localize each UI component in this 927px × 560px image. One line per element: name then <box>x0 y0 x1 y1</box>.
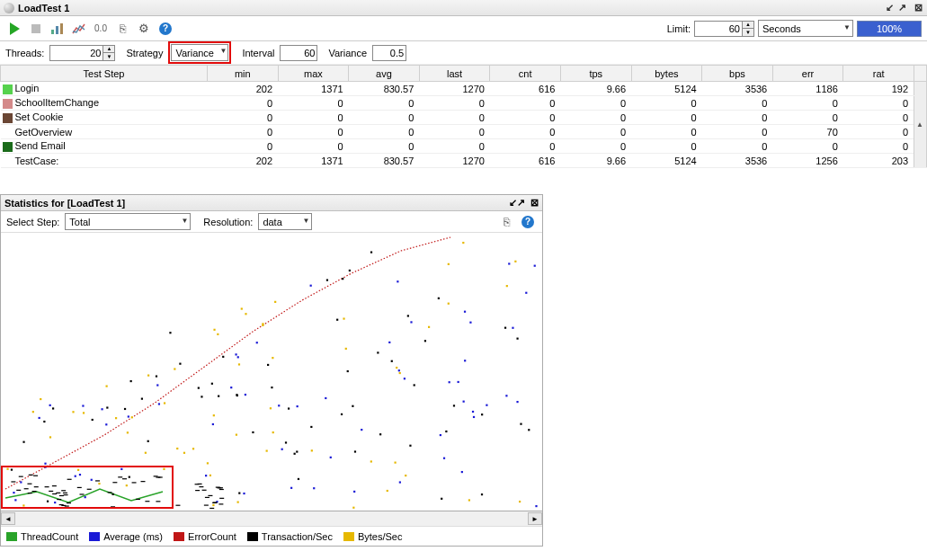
play-button[interactable] <box>5 20 23 38</box>
col-avg[interactable]: avg <box>349 66 420 82</box>
cell-last: 0 <box>419 139 490 154</box>
chart-panel: Statistics for [LoadTest 1] ↙ ↗ ⊠ Select… <box>0 194 543 547</box>
cell-tps: 0 <box>560 96 631 111</box>
limit-spinner-down[interactable]: ▼ <box>743 29 753 36</box>
close-icon[interactable]: ⊠ <box>913 3 923 13</box>
chart-hscroll[interactable]: ◄ ► <box>1 511 542 526</box>
cell-bps: 0 <box>702 139 773 154</box>
threads-spinner-up[interactable]: ▲ <box>103 46 114 53</box>
cell-avg: 830.57 <box>349 82 420 96</box>
table-row[interactable]: SchoolItemChange0000000000 <box>1 96 927 111</box>
svg-rect-121 <box>230 387 232 388</box>
cell-last: 1270 <box>419 154 490 168</box>
table-row[interactable]: Send Email0000000000 <box>1 139 927 154</box>
stop-button[interactable] <box>27 20 45 38</box>
cell-tps: 9.66 <box>560 82 631 96</box>
cell-tps: 0 <box>560 139 631 154</box>
cell-bps: 3536 <box>702 154 773 168</box>
svg-rect-164 <box>399 481 401 483</box>
table-row[interactable]: Set Cookie0000000000 <box>1 111 927 125</box>
cell-err: 1256 <box>772 154 843 168</box>
svg-rect-24 <box>267 364 269 366</box>
svg-rect-185 <box>52 485 57 486</box>
interval-input[interactable] <box>280 45 317 61</box>
svg-rect-126 <box>217 333 218 335</box>
col-min[interactable]: min <box>208 66 279 82</box>
table-row[interactable]: Login2021371830.5712706169.6651243536118… <box>1 82 927 96</box>
col-rat[interactable]: rat <box>843 66 914 82</box>
limit-spinner-up[interactable]: ▲ <box>743 22 753 29</box>
svg-rect-86 <box>379 433 381 435</box>
svg-rect-207 <box>205 497 209 498</box>
svg-rect-95 <box>462 242 464 244</box>
svg-rect-28 <box>124 408 126 410</box>
variance-label: Variance <box>328 48 367 58</box>
svg-rect-59 <box>428 326 430 328</box>
svg-rect-229 <box>24 488 29 489</box>
cell-last: 0 <box>419 111 490 125</box>
minimize-icon[interactable]: ↙ <box>884 3 895 13</box>
col-bytes[interactable]: bytes <box>631 66 702 82</box>
table-vscroll[interactable]: ▲ <box>914 82 927 168</box>
svg-rect-130 <box>92 419 94 421</box>
cell-min: 0 <box>208 111 279 125</box>
threads-spinner-down[interactable]: ▼ <box>103 53 114 60</box>
chart-export-icon[interactable]: ⎘ <box>497 213 515 231</box>
svg-rect-44 <box>343 317 344 319</box>
zero-zero-button[interactable]: 0.0 <box>92 20 110 38</box>
scroll-right-icon[interactable]: ► <box>528 512 542 525</box>
col-max[interactable]: max <box>278 66 349 82</box>
export-icon[interactable]: ⎘ <box>113 20 131 38</box>
col-bps[interactable]: bps <box>702 66 773 82</box>
svg-rect-133 <box>270 407 272 409</box>
row-color-icon <box>3 113 13 123</box>
limit-unit-select[interactable]: Seconds <box>758 20 853 37</box>
maximize-icon[interactable]: ↗ <box>896 3 907 13</box>
cell-bytes: 5124 <box>631 82 702 96</box>
svg-rect-129 <box>525 292 527 294</box>
help-icon[interactable]: ? <box>156 20 174 38</box>
chart1-icon[interactable] <box>49 20 67 38</box>
strategy-select[interactable]: Variance <box>171 44 228 61</box>
svg-rect-117 <box>397 280 398 282</box>
chart-min-icon[interactable]: ↙ <box>509 197 517 209</box>
svg-rect-213 <box>19 476 23 477</box>
chart-max-icon[interactable]: ↗ <box>517 197 525 209</box>
svg-rect-221 <box>158 476 163 477</box>
svg-rect-208 <box>204 504 209 505</box>
table-row[interactable]: GetOverview00000000700 <box>1 125 927 139</box>
chart-close-icon[interactable]: ⊠ <box>530 197 539 209</box>
svg-rect-89 <box>222 356 224 358</box>
limit-input[interactable] <box>694 21 743 37</box>
variance-input[interactable] <box>372 45 406 61</box>
select-step-dropdown[interactable]: Total <box>65 213 191 230</box>
chart2-icon[interactable] <box>70 20 88 38</box>
svg-rect-148 <box>345 348 347 350</box>
svg-rect-63 <box>126 484 128 486</box>
col-err[interactable]: err <box>772 66 843 82</box>
svg-rect-149 <box>486 404 487 406</box>
svg-rect-162 <box>201 396 202 397</box>
svg-rect-31 <box>54 502 56 503</box>
scroll-left-icon[interactable]: ◄ <box>1 512 15 525</box>
svg-rect-132 <box>388 342 390 343</box>
svg-rect-157 <box>237 502 239 503</box>
svg-rect-88 <box>272 431 274 433</box>
svg-rect-108 <box>516 338 518 340</box>
threads-input[interactable] <box>49 45 103 61</box>
svg-rect-124 <box>361 429 362 431</box>
col-cnt[interactable]: cnt <box>490 66 561 82</box>
settings-icon[interactable]: ⚙ <box>135 20 153 38</box>
resolution-dropdown[interactable]: data <box>258 213 312 230</box>
row-name-text: TestCase: <box>15 156 59 166</box>
col-teststep[interactable]: Test Step <box>1 66 208 82</box>
svg-rect-107 <box>79 474 81 476</box>
chart-help-icon[interactable]: ? <box>519 213 537 231</box>
row-name-cell: SchoolItemChange <box>1 96 208 111</box>
col-last[interactable]: last <box>419 66 490 82</box>
col-tps[interactable]: tps <box>560 66 631 82</box>
table-row[interactable]: TestCase:2021371830.5712706169.665124353… <box>1 154 927 168</box>
svg-rect-206 <box>108 492 112 493</box>
svg-rect-20 <box>147 375 149 377</box>
svg-rect-49 <box>72 411 74 413</box>
